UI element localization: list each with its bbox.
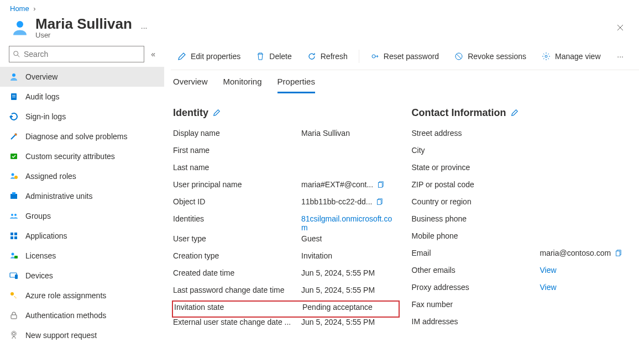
button-label: Revoke sessions [468, 52, 526, 61]
field-value: Invitation [301, 251, 332, 260]
field-label: ZIP or postal code [412, 180, 540, 189]
copy-icon[interactable] [376, 181, 384, 188]
trash-icon [256, 52, 265, 61]
edit-icon[interactable] [213, 109, 221, 117]
tab-monitoring[interactable]: Monitoring [223, 77, 262, 93]
identity-section: Identity Display nameMaria Sullivan Firs… [173, 107, 399, 334]
svg-rect-29 [378, 199, 381, 204]
svg-rect-13 [11, 233, 13, 235]
sidebar-item-support[interactable]: New support request [0, 325, 164, 345]
sidebar-item-admin-units[interactable]: Administrative units [0, 186, 164, 206]
field-label: Created date time [173, 268, 301, 277]
field-label: Invitation state [174, 303, 302, 312]
svg-point-11 [11, 214, 13, 216]
edit-icon[interactable] [511, 109, 518, 117]
svg-rect-30 [616, 251, 620, 256]
sidebar-item-overview[interactable]: Overview [0, 67, 164, 87]
manage-view-button[interactable]: Manage view [535, 44, 607, 70]
button-label: Delete [269, 52, 291, 61]
sidebar-item-licenses[interactable]: Licenses [0, 246, 164, 266]
delete-button[interactable]: Delete [249, 44, 298, 70]
field-value-link[interactable]: 81csilgmail.onmicrosoft.com [301, 214, 399, 232]
svg-point-0 [17, 21, 23, 28]
svg-rect-28 [379, 182, 383, 187]
sidebar-item-label: Groups [25, 212, 51, 220]
field-label: User type [173, 234, 301, 243]
field-value: Guest [301, 234, 322, 243]
collapse-sidebar-button[interactable]: « [151, 50, 155, 59]
sidebar-item-auth-methods[interactable]: Authentication methods [0, 305, 164, 325]
close-button[interactable] [611, 19, 629, 36]
sidebar-item-groups[interactable]: Groups [0, 206, 164, 226]
sidebar-item-custom-security[interactable]: Custom security attributes [0, 146, 164, 166]
sidebar-item-assigned-roles[interactable]: Assigned roles [0, 166, 164, 186]
search-input[interactable] [20, 49, 140, 59]
svg-point-8 [14, 176, 18, 179]
sidebar-item-label: Overview [25, 72, 57, 81]
sidebar-item-applications[interactable]: Applications [0, 226, 164, 246]
breadcrumb: Home › [0, 0, 639, 16]
field-label: Last password change date time [173, 286, 301, 294]
diagnose-icon [9, 131, 19, 141]
view-link[interactable]: View [540, 266, 557, 275]
field-label: Fax number [412, 300, 540, 309]
svg-point-27 [545, 55, 547, 57]
gear-icon [542, 52, 551, 61]
edit-properties-button[interactable]: Edit properties [171, 44, 247, 70]
svg-rect-15 [11, 236, 13, 239]
search-input-wrapper[interactable] [9, 46, 144, 62]
field-label: Business phone [412, 214, 540, 223]
tab-properties[interactable]: Properties [277, 77, 315, 93]
tab-overview[interactable]: Overview [173, 77, 208, 93]
page-title: Maria Sullivan [35, 16, 132, 32]
svg-point-25 [372, 55, 375, 58]
sidebar-item-audit-logs[interactable]: Audit logs [0, 87, 164, 107]
field-label: First name [173, 146, 301, 155]
field-value: maria#EXT#@cont... [301, 180, 373, 189]
sidebar-item-label: Sign-in logs [25, 112, 66, 121]
toolbar-overflow-button[interactable]: ··· [612, 52, 628, 61]
user-avatar-icon [10, 18, 30, 38]
sidebar-item-devices[interactable]: Devices [0, 266, 164, 286]
refresh-button[interactable]: Refresh [301, 44, 354, 70]
command-bar: Edit properties Delete Refresh Reset pas… [171, 44, 639, 70]
sidebar-item-label: Audit logs [25, 92, 59, 101]
svg-point-2 [12, 73, 15, 77]
field-label: Proxy addresses [412, 283, 540, 292]
edit-icon [177, 52, 186, 61]
field-label: Country or region [412, 197, 540, 206]
refresh-icon [307, 52, 316, 61]
sidebar-item-label: Azure role assignments [25, 291, 106, 300]
copy-icon[interactable] [614, 249, 622, 257]
separator [359, 50, 359, 63]
field-label: Email [412, 249, 540, 257]
sidebar-item-label: Devices [25, 271, 53, 280]
view-link[interactable]: View [540, 283, 557, 292]
sidebar-item-diagnose[interactable]: Diagnose and solve problems [0, 126, 164, 146]
button-label: Refresh [321, 52, 348, 61]
page-header: Maria Sullivan User ··· [0, 16, 639, 44]
log-icon [9, 92, 19, 102]
sidebar-item-label: New support request [25, 331, 97, 340]
key-reset-icon [370, 52, 379, 61]
breadcrumb-home[interactable]: Home [10, 4, 29, 13]
field-label: User principal name [173, 180, 301, 189]
more-icon[interactable]: ··· [141, 23, 148, 32]
svg-point-7 [12, 173, 14, 176]
reset-password-button[interactable]: Reset password [364, 44, 446, 70]
svg-rect-4 [12, 95, 15, 96]
revoke-sessions-button[interactable]: Revoke sessions [448, 44, 533, 70]
licenses-icon [9, 251, 19, 261]
sidebar-item-label: Custom security attributes [25, 152, 115, 161]
auth-icon [9, 310, 19, 320]
svg-rect-5 [12, 97, 15, 97]
field-label: City [412, 146, 540, 155]
copy-icon[interactable] [375, 198, 383, 205]
field-label: Other emails [412, 266, 540, 275]
sidebar-item-label: Authentication methods [25, 311, 106, 320]
field-label: Street address [412, 129, 540, 138]
sidebar-item-azure-role[interactable]: Azure role assignments [0, 286, 164, 305]
sidebar-item-signin-logs[interactable]: Sign-in logs [0, 107, 164, 126]
revoke-icon [454, 52, 463, 61]
contact-section: Contact Information Street address City … [412, 107, 637, 334]
